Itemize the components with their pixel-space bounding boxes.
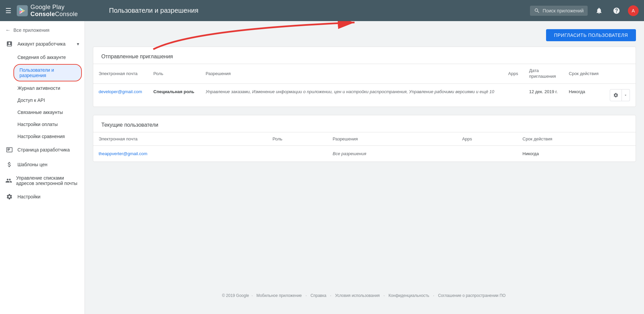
footer-link-help[interactable]: Справка bbox=[311, 293, 326, 298]
col-expiry: Срок действия bbox=[517, 132, 636, 145]
invite-user-button[interactable]: ПРИГЛАСИТЬ ПОЛЬЗОВАТЕЛЯ bbox=[546, 29, 636, 41]
logo-area: ☰ Google Play ConsoleConsole bbox=[5, 4, 106, 18]
play-store-logo bbox=[17, 5, 28, 17]
invite-button-row: ПРИГЛАСИТЬ ПОЛЬЗОВАТЕЛЯ bbox=[93, 29, 636, 41]
developer-page-icon bbox=[5, 146, 13, 154]
col-expiry: Срок действия bbox=[564, 64, 604, 84]
col-apps: Apps bbox=[457, 132, 517, 145]
notification-icon bbox=[595, 7, 603, 14]
cell-date: 12 дек. 2019 г. bbox=[524, 83, 563, 107]
cell-actions bbox=[604, 83, 636, 107]
footer-link-terms[interactable]: Условия использования bbox=[335, 293, 380, 298]
sidebar-item-api-access[interactable]: Доступ к API bbox=[0, 94, 85, 106]
hamburger-menu[interactable]: ☰ bbox=[5, 7, 11, 15]
help-button[interactable] bbox=[610, 5, 623, 17]
col-permissions: Разрешения bbox=[200, 64, 503, 84]
table-row: developer@gmail.com Специальная роль Упр… bbox=[93, 83, 636, 107]
gear-button[interactable] bbox=[610, 89, 622, 101]
header-center: Пользователи и разрешения bbox=[106, 7, 530, 14]
back-to-all-apps[interactable]: ← Все приложения bbox=[0, 24, 85, 37]
dropdown-button[interactable] bbox=[622, 89, 630, 101]
page-title: Пользователи и разрешения bbox=[109, 7, 198, 14]
col-date: Датаприглашения bbox=[524, 64, 563, 84]
cell-expiry: Никогда bbox=[517, 145, 636, 162]
sent-invitations-card: Отправленные приглашения Электронная поч… bbox=[93, 47, 636, 107]
price-templates-icon bbox=[5, 161, 13, 169]
developer-account-icon bbox=[5, 40, 13, 48]
sidebar-item-settings[interactable]: Настройки bbox=[0, 189, 85, 204]
gear-icon bbox=[613, 92, 619, 98]
header-right: Поиск приложений A bbox=[530, 5, 639, 17]
sidebar: ← Все приложения Аккаунт разработчика ▾ … bbox=[0, 21, 85, 314]
sent-invitations-title: Отправленные приглашения bbox=[93, 47, 636, 64]
email-link[interactable]: developer@gmail.com bbox=[99, 89, 142, 94]
search-placeholder: Поиск приложений bbox=[543, 8, 584, 13]
page-footer: © 2019 Google · Мобильное приложение · С… bbox=[93, 285, 636, 306]
copyright: © 2019 Google bbox=[222, 293, 249, 298]
sent-invitations-header-row: Электронная почта Роль Разрешения Apps Д… bbox=[93, 64, 636, 84]
notification-button[interactable] bbox=[593, 5, 605, 17]
action-buttons bbox=[610, 89, 630, 101]
sidebar-item-activity-log[interactable]: Журнал активности bbox=[0, 82, 85, 94]
col-email: Электронная почта bbox=[93, 64, 148, 84]
main-content: ПРИГЛАСИТЬ ПОЛЬЗОВАТЕЛЯ Отправленные при… bbox=[85, 21, 644, 314]
email-lists-icon bbox=[5, 177, 12, 185]
back-arrow-icon: ← bbox=[5, 27, 11, 33]
table-row: theappverter@gmail.com Все разрешения Ни… bbox=[93, 145, 636, 162]
cell-apps bbox=[503, 83, 524, 107]
col-role: Роль bbox=[148, 64, 200, 84]
col-role: Роль bbox=[267, 132, 327, 145]
footer-link-privacy[interactable]: Конфиденциальность bbox=[388, 293, 429, 298]
sidebar-item-account-info[interactable]: Сведения об аккаунте bbox=[0, 51, 85, 63]
developer-account-section: Аккаунт разработчика ▾ Сведения об аккау… bbox=[0, 37, 85, 142]
sent-invitations-table: Электронная почта Роль Разрешения Apps Д… bbox=[93, 64, 636, 107]
back-label: Все приложения bbox=[13, 27, 49, 33]
sidebar-item-users-permissions[interactable]: Пользователи и разрешения bbox=[13, 64, 82, 81]
chevron-down-icon: ▾ bbox=[77, 41, 79, 47]
email-link[interactable]: theappverter@gmail.com bbox=[99, 151, 147, 156]
cell-apps bbox=[457, 145, 517, 162]
current-users-title: Текущие пользователи bbox=[93, 115, 636, 132]
settings-icon bbox=[5, 193, 13, 201]
sidebar-item-price-templates[interactable]: Шаблоны цен bbox=[0, 157, 85, 172]
sidebar-item-developer-page[interactable]: Страница разработчика bbox=[0, 142, 85, 157]
cell-role: Специальная роль bbox=[148, 83, 200, 107]
current-users-header-row: Электронная почта Роль Разрешения Apps С… bbox=[93, 132, 636, 145]
current-users-table: Электронная почта Роль Разрешения Apps С… bbox=[93, 132, 636, 162]
cell-role bbox=[267, 145, 327, 162]
search-bar[interactable]: Поиск приложений bbox=[530, 6, 588, 16]
col-email: Электронная почта bbox=[93, 132, 267, 145]
col-permissions: Разрешения bbox=[327, 132, 457, 145]
cell-permissions: Все разрешения bbox=[327, 145, 457, 162]
developer-account-header[interactable]: Аккаунт разработчика ▾ bbox=[0, 37, 85, 51]
current-users-card: Текущие пользователи Электронная почта Р… bbox=[93, 115, 636, 162]
app-title: Google Play ConsoleConsole bbox=[31, 4, 106, 18]
sidebar-item-comparison-settings[interactable]: Настройки сравнения bbox=[0, 130, 85, 142]
user-avatar[interactable]: A bbox=[628, 5, 639, 16]
footer-link-mobile[interactable]: Мобильное приложение bbox=[257, 293, 302, 298]
search-icon bbox=[534, 8, 540, 14]
help-icon bbox=[613, 7, 620, 14]
sidebar-item-linked-accounts[interactable]: Связанные аккаунты bbox=[0, 106, 85, 118]
cell-permissions: Управление заказами, Изменение информаци… bbox=[200, 83, 503, 107]
top-header: ☰ Google Play ConsoleConsole Пользовател… bbox=[0, 0, 644, 21]
col-actions bbox=[604, 64, 636, 84]
footer-link-distribution[interactable]: Соглашение о распространении ПО bbox=[438, 293, 505, 298]
cell-email: developer@gmail.com bbox=[93, 83, 148, 107]
chevron-down-icon bbox=[624, 93, 628, 97]
cell-email: theappverter@gmail.com bbox=[93, 145, 267, 162]
sidebar-item-payment-settings[interactable]: Настройки оплаты bbox=[0, 118, 85, 130]
developer-account-label: Аккаунт разработчика bbox=[17, 41, 65, 47]
cell-expiry: Никогда bbox=[564, 83, 604, 107]
sidebar-item-email-lists[interactable]: Управление списками адресов электронной … bbox=[0, 172, 85, 189]
col-apps: Apps bbox=[503, 64, 524, 84]
main-layout: ← Все приложения Аккаунт разработчика ▾ … bbox=[0, 21, 644, 314]
